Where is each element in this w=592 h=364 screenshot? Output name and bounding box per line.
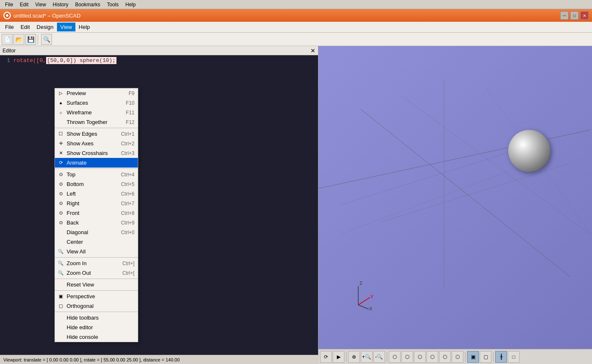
perspective-button[interactable]: ▣	[467, 351, 479, 363]
vp-sep-4	[493, 352, 494, 362]
menu-item-center-label: Center	[67, 239, 83, 245]
close-button[interactable]: ✕	[580, 11, 589, 20]
window-controls: ─ □ ✕	[560, 11, 589, 20]
menu-item-surfaces-label: Surfaces	[67, 100, 88, 106]
editor-header: Editor ✕	[0, 46, 318, 55]
view-back-button[interactable]: ⬡	[414, 351, 426, 363]
os-menu-tools[interactable]: Tools	[103, 1, 122, 8]
zoom-out-button[interactable]: -🔍	[373, 351, 385, 363]
svg-text:X: X	[369, 306, 372, 311]
menu-item-show-crosshairs[interactable]: ✕ Show Crosshairs Ctrl+3	[55, 148, 138, 158]
os-menu-bookmarks[interactable]: Bookmarks	[72, 1, 103, 8]
menu-item-zoom-out[interactable]: 🔍 Zoom Out Ctrl+[	[55, 268, 138, 278]
menu-item-hide-toolbars[interactable]: Hide toolbars	[55, 313, 138, 323]
save-file-button[interactable]: 💾	[25, 34, 36, 45]
os-menu-file[interactable]: File	[2, 1, 16, 8]
svg-line-14	[358, 305, 369, 309]
reset-view-button[interactable]: ⟳	[320, 351, 332, 363]
svg-line-8	[402, 96, 591, 235]
viewport: Z Y X ⟳ ▶ ⊕ +🔍 -🔍	[318, 46, 592, 364]
menu-item-right[interactable]: ⊙ Right Ctrl+7	[55, 199, 138, 208]
view-front-button[interactable]: ⬡	[401, 351, 413, 363]
zoom-button[interactable]: 🔍	[41, 34, 52, 45]
menu-item-view-all-label: View All	[67, 248, 85, 255]
editor-close-button[interactable]: ✕	[310, 47, 315, 54]
menu-item-wireframe-shortcut: F11	[126, 110, 134, 116]
show-edges-button[interactable]: □	[508, 351, 520, 363]
menu-item-left[interactable]: ⊙ Left Ctrl+6	[55, 189, 138, 199]
orthogonal-icon: ▢	[57, 302, 65, 310]
view-dropdown-menu: ▷ Preview F9 ● Surfaces F10 ○ Wireframe …	[54, 88, 138, 342]
orthogonal-button[interactable]: ▢	[480, 351, 491, 363]
menu-item-show-edges-shortcut: Ctrl+1	[121, 131, 134, 137]
menu-item-diagonal[interactable]: Diagonal Ctrl+0	[55, 227, 138, 237]
view-left-button[interactable]: ⬡	[427, 351, 438, 363]
show-crosshairs-icon: ✕	[57, 149, 65, 157]
editor-content[interactable]: 1 rotate([0, [50,0,0]) sphere(10);	[0, 55, 318, 364]
menu-item-front-shortcut: Ctrl+8	[121, 210, 134, 216]
menu-item-view-all[interactable]: 🔍 View All	[55, 247, 138, 256]
view-all-button[interactable]: ⬡	[389, 351, 401, 363]
top-icon: ⊙	[57, 170, 65, 179]
menu-item-thrown-together[interactable]: Thrown Together F12	[55, 117, 138, 127]
menu-item-center[interactable]: Center	[55, 237, 138, 247]
view-right-button[interactable]: ⬡	[439, 351, 451, 363]
bottom-icon: ⊙	[57, 180, 65, 188]
menu-item-back[interactable]: ⊙ Back Ctrl+9	[55, 218, 138, 227]
perspective-icon: ▣	[57, 292, 65, 301]
menu-item-bottom[interactable]: ⊙ Bottom Ctrl+5	[55, 179, 138, 189]
menu-item-orthogonal[interactable]: ▢ Orthogonal	[55, 301, 138, 311]
os-menu-view[interactable]: View	[32, 1, 49, 8]
svg-line-12	[358, 297, 370, 305]
menu-item-perspective[interactable]: ▣ Perspective	[55, 292, 138, 301]
zoom-out-icon: 🔍	[57, 269, 65, 277]
show-axes-button[interactable]: ╂	[495, 351, 507, 363]
toolbar-separator	[38, 34, 39, 44]
menu-item-front[interactable]: ⊙ Front Ctrl+8	[55, 208, 138, 218]
menu-item-hide-console[interactable]: Hide console	[55, 332, 138, 342]
animate-button[interactable]: ▶	[333, 351, 344, 363]
menu-item-show-crosshairs-shortcut: Ctrl+3	[121, 150, 134, 156]
menu-item-zoom-in-shortcut: Ctrl+]	[122, 261, 134, 266]
menu-item-animate[interactable]: ⟳ Animate	[55, 158, 138, 168]
svg-line-2	[318, 130, 591, 188]
menu-item-zoom-in[interactable]: 🔍 Zoom In Ctrl+]	[55, 258, 138, 268]
menu-item-show-edges[interactable]: ☐ Show Edges Ctrl+1	[55, 129, 138, 139]
menu-item-wireframe[interactable]: ○ Wireframe F11	[55, 108, 138, 117]
menu-item-show-crosshairs-label: Show Crosshairs	[67, 150, 108, 156]
viewport-canvas[interactable]: Z Y X	[318, 46, 592, 349]
viewport-info: Viewport: translate = [ 0.00 0.00 0.00 ]…	[3, 357, 180, 362]
menu-file[interactable]: File	[2, 23, 17, 31]
menu-item-top[interactable]: ⊙ Top Ctrl+4	[55, 170, 138, 179]
zoom-fit-button[interactable]: ⊕	[348, 351, 360, 363]
menu-item-show-axes[interactable]: ✛ Show Axes Ctrl+2	[55, 139, 138, 148]
menu-item-surfaces-shortcut: F10	[126, 100, 134, 106]
menu-sep-6	[55, 312, 138, 312]
line-number: 1	[2, 58, 10, 64]
menu-item-bottom-shortcut: Ctrl+5	[121, 181, 134, 187]
menu-edit[interactable]: Edit	[17, 23, 33, 31]
menu-item-right-label: Right	[67, 200, 79, 207]
main-toolbar: 📄 📂 💾 🔍	[0, 33, 592, 46]
menu-design[interactable]: Design	[33, 23, 57, 31]
os-menu-history[interactable]: History	[49, 1, 72, 8]
os-menu-help[interactable]: Help	[122, 1, 139, 8]
vp-sep-3	[465, 352, 465, 362]
view-top-button[interactable]: ⬡	[452, 351, 463, 363]
menu-item-reset-view[interactable]: Reset View	[55, 280, 138, 289]
zoom-in-button[interactable]: +🔍	[361, 351, 372, 363]
os-menu-edit[interactable]: Edit	[16, 1, 32, 8]
svg-line-7	[339, 172, 507, 235]
menu-item-surfaces[interactable]: ● Surfaces F10	[55, 98, 138, 108]
open-file-button[interactable]: 📂	[13, 34, 24, 45]
menu-help[interactable]: Help	[75, 23, 93, 31]
minimize-button[interactable]: ─	[560, 11, 569, 20]
vp-sep-2	[387, 352, 387, 362]
menu-view[interactable]: View	[57, 23, 75, 31]
menu-item-zoom-out-shortcut: Ctrl+[	[122, 270, 134, 276]
maximize-button[interactable]: □	[570, 11, 579, 20]
menu-item-preview[interactable]: ▷ Preview F9	[55, 88, 138, 98]
preview-icon: ▷	[57, 89, 65, 98]
menu-item-hide-editor[interactable]: Hide editor	[55, 323, 138, 332]
new-file-button[interactable]: 📄	[2, 34, 13, 45]
